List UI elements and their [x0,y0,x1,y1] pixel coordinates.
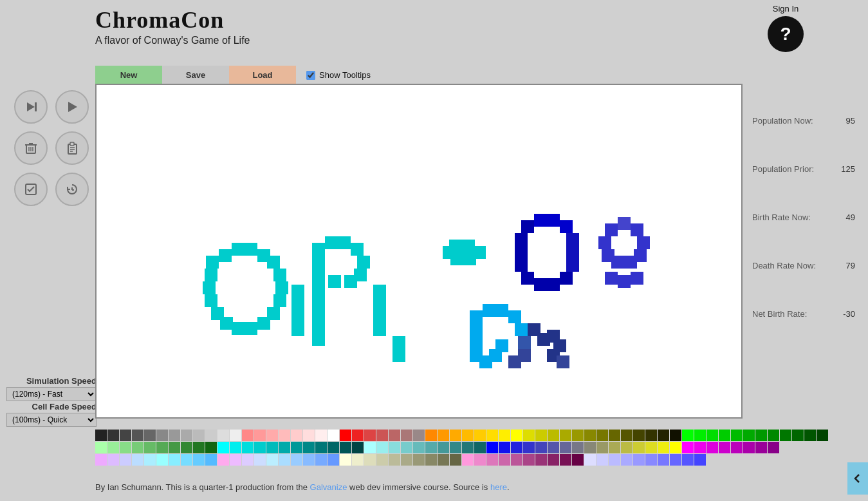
paste-button[interactable] [55,131,89,165]
palette-cell[interactable] [743,430,755,441]
palette-cell[interactable] [107,454,119,466]
palette-cell[interactable] [425,430,437,441]
new-button[interactable]: New [95,66,162,84]
palette-cell[interactable] [523,430,535,441]
palette-cell[interactable] [584,442,596,453]
step-forward-button[interactable] [14,90,48,124]
palette-cell[interactable] [217,454,229,466]
palette-cell[interactable] [315,442,327,453]
palette-cell[interactable] [462,454,474,466]
palette-cell[interactable] [217,442,229,453]
palette-cell[interactable] [706,442,718,453]
palette-cell[interactable] [107,442,119,453]
game-canvas[interactable] [97,85,741,417]
palette-cell[interactable] [425,442,437,453]
palette-cell[interactable] [352,442,364,453]
palette-cell[interactable] [376,430,388,441]
palette-cell[interactable] [242,454,254,466]
palette-cell[interactable] [450,442,461,453]
palette-cell[interactable] [560,454,571,466]
palette-cell[interactable] [364,430,376,441]
palette-cell[interactable] [193,442,205,453]
palette-cell[interactable] [596,430,608,441]
expand-button[interactable] [847,462,868,495]
palette-cell[interactable] [254,442,266,453]
palette-cell[interactable] [242,430,254,441]
palette-cell[interactable] [425,454,437,466]
palette-cell[interactable] [682,430,694,441]
palette-cell[interactable] [572,442,584,453]
palette-cell[interactable] [572,430,584,441]
palette-cell[interactable] [120,442,131,453]
palette-cell[interactable] [768,442,779,453]
palette-cell[interactable] [523,442,535,453]
palette-cell[interactable] [621,454,633,466]
palette-cell[interactable] [609,430,620,441]
delete-button[interactable] [14,131,48,165]
palette-cell[interactable] [645,430,657,441]
palette-cell[interactable] [205,430,217,441]
palette-cell[interactable] [328,442,339,453]
palette-cell[interactable] [364,442,376,453]
palette-cell[interactable] [438,430,449,441]
palette-cell[interactable] [328,430,339,441]
palette-cell[interactable] [548,454,559,466]
load-button[interactable]: Load [229,66,296,84]
palette-cell[interactable] [719,442,730,453]
palette-cell[interactable] [792,430,804,441]
palette-cell[interactable] [694,442,706,453]
palette-cell[interactable] [548,442,559,453]
palette-cell[interactable] [401,454,412,466]
palette-cell[interactable] [413,430,425,441]
play-button[interactable] [55,90,89,124]
palette-cell[interactable] [535,454,547,466]
palette-cell[interactable] [230,454,241,466]
palette-cell[interactable] [645,442,657,453]
palette-cell[interactable] [621,430,633,441]
palette-cell[interactable] [511,454,522,466]
palette-cell[interactable] [438,442,449,453]
here-link[interactable]: here [490,482,507,492]
palette-cell[interactable] [658,454,669,466]
palette-cell[interactable] [376,454,388,466]
palette-cell[interactable] [95,442,107,453]
palette-cell[interactable] [621,442,633,453]
history-button[interactable] [55,173,89,206]
palette-cell[interactable] [682,454,694,466]
palette-cell[interactable] [266,454,278,466]
palette-cell[interactable] [584,430,596,441]
palette-cell[interactable] [352,430,364,441]
palette-cell[interactable] [596,454,608,466]
palette-cell[interactable] [315,430,327,441]
palette-cell[interactable] [499,442,510,453]
palette-cell[interactable] [438,454,449,466]
palette-cell[interactable] [694,454,706,466]
palette-cell[interactable] [95,454,107,466]
palette-cell[interactable] [658,430,669,441]
palette-cell[interactable] [169,454,180,466]
palette-cell[interactable] [107,430,119,441]
palette-cell[interactable] [291,442,302,453]
palette-cell[interactable] [205,442,217,453]
palette-cell[interactable] [193,454,205,466]
palette-cell[interactable] [413,454,425,466]
palette-cell[interactable] [266,430,278,441]
palette-cell[interactable] [156,454,168,466]
palette-cell[interactable] [694,430,706,441]
palette-cell[interactable] [743,442,755,453]
palette-cell[interactable] [315,454,327,466]
palette-cell[interactable] [462,430,474,441]
palette-cell[interactable] [266,442,278,453]
palette-cell[interactable] [230,442,241,453]
palette-cell[interactable] [340,430,351,441]
palette-cell[interactable] [156,442,168,453]
palette-cell[interactable] [340,454,351,466]
palette-cell[interactable] [560,430,571,441]
palette-cell[interactable] [279,442,290,453]
palette-cell[interactable] [193,430,205,441]
palette-cell[interactable] [474,454,486,466]
palette-cell[interactable] [474,442,486,453]
palette-cell[interactable] [401,442,412,453]
palette-cell[interactable] [144,454,156,466]
save-button[interactable]: Save [162,66,229,84]
